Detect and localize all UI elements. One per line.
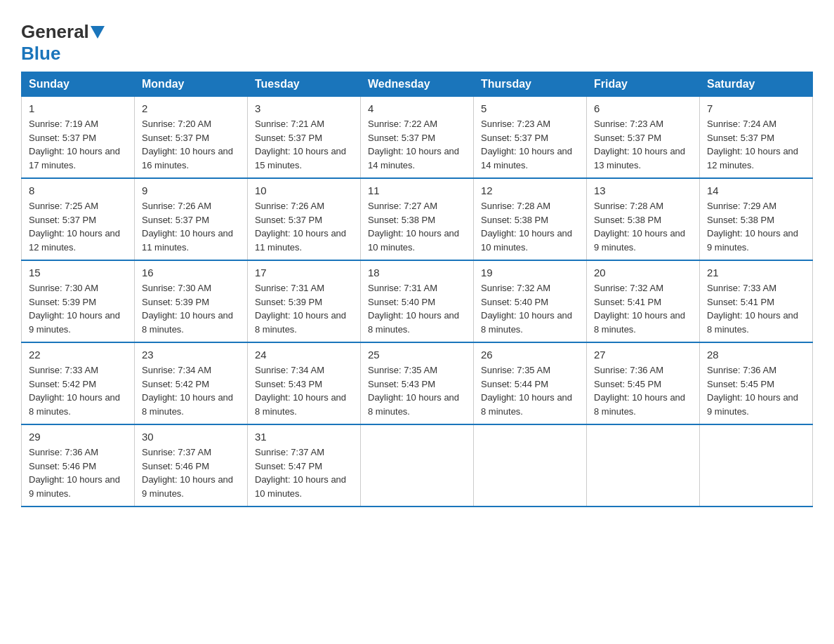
day-number: 25: [368, 349, 466, 361]
day-info: Sunrise: 7:28 AM Sunset: 5:38 PM Dayligh…: [481, 199, 579, 254]
day-number: 13: [594, 185, 692, 196]
calendar-cell: 17 Sunrise: 7:31 AM Sunset: 5:39 PM Dayl…: [248, 260, 361, 342]
day-info: Sunrise: 7:28 AM Sunset: 5:38 PM Dayligh…: [594, 199, 692, 254]
calendar-header-tuesday: Tuesday: [248, 72, 361, 97]
calendar-cell: 4 Sunrise: 7:22 AM Sunset: 5:37 PM Dayli…: [361, 97, 474, 179]
day-number: 12: [481, 185, 579, 196]
day-number: 15: [29, 267, 127, 279]
day-number: 10: [255, 185, 353, 196]
calendar-cell: 8 Sunrise: 7:25 AM Sunset: 5:37 PM Dayli…: [22, 178, 135, 260]
calendar-header-thursday: Thursday: [474, 72, 587, 97]
day-info: Sunrise: 7:30 AM Sunset: 5:39 PM Dayligh…: [142, 281, 240, 336]
calendar-cell: 18 Sunrise: 7:31 AM Sunset: 5:40 PM Dayl…: [361, 260, 474, 342]
day-info: Sunrise: 7:36 AM Sunset: 5:45 PM Dayligh…: [594, 363, 692, 418]
calendar-cell: [587, 424, 700, 507]
day-number: 29: [29, 431, 127, 443]
day-number: 26: [481, 349, 579, 361]
day-info: Sunrise: 7:29 AM Sunset: 5:38 PM Dayligh…: [707, 199, 805, 254]
calendar-header-monday: Monday: [135, 72, 248, 97]
day-info: Sunrise: 7:32 AM Sunset: 5:40 PM Dayligh…: [481, 281, 579, 336]
calendar-cell: 31 Sunrise: 7:37 AM Sunset: 5:47 PM Dayl…: [248, 424, 361, 507]
logo-general-text: General: [21, 21, 89, 43]
day-info: Sunrise: 7:21 AM Sunset: 5:37 PM Dayligh…: [255, 117, 353, 172]
day-number: 5: [481, 102, 579, 114]
day-info: Sunrise: 7:36 AM Sunset: 5:45 PM Dayligh…: [707, 363, 805, 418]
calendar-cell: 3 Sunrise: 7:21 AM Sunset: 5:37 PM Dayli…: [248, 97, 361, 179]
day-info: Sunrise: 7:36 AM Sunset: 5:46 PM Dayligh…: [29, 445, 127, 500]
calendar-cell: 7 Sunrise: 7:24 AM Sunset: 5:37 PM Dayli…: [700, 97, 813, 179]
calendar-cell: 25 Sunrise: 7:35 AM Sunset: 5:43 PM Dayl…: [361, 342, 474, 424]
day-number: 18: [368, 267, 466, 279]
calendar-week-row: 22 Sunrise: 7:33 AM Sunset: 5:42 PM Dayl…: [22, 342, 813, 424]
calendar-cell: 27 Sunrise: 7:36 AM Sunset: 5:45 PM Dayl…: [587, 342, 700, 424]
calendar-cell: 19 Sunrise: 7:32 AM Sunset: 5:40 PM Dayl…: [474, 260, 587, 342]
day-info: Sunrise: 7:32 AM Sunset: 5:41 PM Dayligh…: [594, 281, 692, 336]
day-number: 21: [707, 267, 805, 279]
day-info: Sunrise: 7:22 AM Sunset: 5:37 PM Dayligh…: [368, 117, 466, 172]
day-number: 1: [29, 102, 127, 114]
calendar-cell: 5 Sunrise: 7:23 AM Sunset: 5:37 PM Dayli…: [474, 97, 587, 179]
day-info: Sunrise: 7:26 AM Sunset: 5:37 PM Dayligh…: [142, 199, 240, 254]
calendar-cell: 21 Sunrise: 7:33 AM Sunset: 5:41 PM Dayl…: [700, 260, 813, 342]
day-info: Sunrise: 7:35 AM Sunset: 5:43 PM Dayligh…: [368, 363, 466, 418]
calendar-cell: 16 Sunrise: 7:30 AM Sunset: 5:39 PM Dayl…: [135, 260, 248, 342]
calendar-week-row: 29 Sunrise: 7:36 AM Sunset: 5:46 PM Dayl…: [22, 424, 813, 507]
day-number: 22: [29, 349, 127, 361]
day-number: 4: [368, 102, 466, 114]
day-number: 16: [142, 267, 240, 279]
calendar-cell: 24 Sunrise: 7:34 AM Sunset: 5:43 PM Dayl…: [248, 342, 361, 424]
calendar-cell: 13 Sunrise: 7:28 AM Sunset: 5:38 PM Dayl…: [587, 178, 700, 260]
day-number: 6: [594, 102, 692, 114]
day-info: Sunrise: 7:20 AM Sunset: 5:37 PM Dayligh…: [142, 117, 240, 172]
calendar-cell: 15 Sunrise: 7:30 AM Sunset: 5:39 PM Dayl…: [22, 260, 135, 342]
day-number: 3: [255, 102, 353, 114]
calendar-week-row: 8 Sunrise: 7:25 AM Sunset: 5:37 PM Dayli…: [22, 178, 813, 260]
calendar-cell: 12 Sunrise: 7:28 AM Sunset: 5:38 PM Dayl…: [474, 178, 587, 260]
logo-blue-text: Blue: [21, 43, 60, 64]
day-number: 27: [594, 349, 692, 361]
day-number: 28: [707, 349, 805, 361]
day-info: Sunrise: 7:33 AM Sunset: 5:42 PM Dayligh…: [29, 363, 127, 418]
day-info: Sunrise: 7:33 AM Sunset: 5:41 PM Dayligh…: [707, 281, 805, 336]
calendar-header-friday: Friday: [587, 72, 700, 97]
day-info: Sunrise: 7:23 AM Sunset: 5:37 PM Dayligh…: [481, 117, 579, 172]
calendar-header-row: SundayMondayTuesdayWednesdayThursdayFrid…: [22, 72, 813, 97]
day-number: 17: [255, 267, 353, 279]
calendar-header-wednesday: Wednesday: [361, 72, 474, 97]
day-info: Sunrise: 7:31 AM Sunset: 5:39 PM Dayligh…: [255, 281, 353, 336]
logo: General Blue: [21, 21, 106, 65]
calendar-cell: [361, 424, 474, 507]
day-number: 24: [255, 349, 353, 361]
day-number: 31: [255, 431, 353, 443]
calendar-cell: 10 Sunrise: 7:26 AM Sunset: 5:37 PM Dayl…: [248, 178, 361, 260]
calendar-cell: 6 Sunrise: 7:23 AM Sunset: 5:37 PM Dayli…: [587, 97, 700, 179]
calendar-cell: 30 Sunrise: 7:37 AM Sunset: 5:46 PM Dayl…: [135, 424, 248, 507]
day-info: Sunrise: 7:31 AM Sunset: 5:40 PM Dayligh…: [368, 281, 466, 336]
calendar-cell: [700, 424, 813, 507]
day-number: 14: [707, 185, 805, 196]
calendar-cell: 11 Sunrise: 7:27 AM Sunset: 5:38 PM Dayl…: [361, 178, 474, 260]
calendar-cell: 23 Sunrise: 7:34 AM Sunset: 5:42 PM Dayl…: [135, 342, 248, 424]
day-number: 11: [368, 185, 466, 196]
day-info: Sunrise: 7:26 AM Sunset: 5:37 PM Dayligh…: [255, 199, 353, 254]
calendar-cell: [474, 424, 587, 507]
day-info: Sunrise: 7:34 AM Sunset: 5:42 PM Dayligh…: [142, 363, 240, 418]
calendar-cell: 20 Sunrise: 7:32 AM Sunset: 5:41 PM Dayl…: [587, 260, 700, 342]
day-info: Sunrise: 7:35 AM Sunset: 5:44 PM Dayligh…: [481, 363, 579, 418]
day-info: Sunrise: 7:19 AM Sunset: 5:37 PM Dayligh…: [29, 117, 127, 172]
calendar-cell: 26 Sunrise: 7:35 AM Sunset: 5:44 PM Dayl…: [474, 342, 587, 424]
calendar-cell: 22 Sunrise: 7:33 AM Sunset: 5:42 PM Dayl…: [22, 342, 135, 424]
day-number: 19: [481, 267, 579, 279]
page-header: General Blue: [21, 14, 813, 65]
day-number: 9: [142, 185, 240, 196]
day-info: Sunrise: 7:27 AM Sunset: 5:38 PM Dayligh…: [368, 199, 466, 254]
day-info: Sunrise: 7:24 AM Sunset: 5:37 PM Dayligh…: [707, 117, 805, 172]
day-number: 8: [29, 185, 127, 196]
day-number: 7: [707, 102, 805, 114]
calendar-cell: 14 Sunrise: 7:29 AM Sunset: 5:38 PM Dayl…: [700, 178, 813, 260]
calendar-header-saturday: Saturday: [700, 72, 813, 97]
day-info: Sunrise: 7:25 AM Sunset: 5:37 PM Dayligh…: [29, 199, 127, 254]
day-info: Sunrise: 7:37 AM Sunset: 5:47 PM Dayligh…: [255, 445, 353, 500]
calendar-cell: 29 Sunrise: 7:36 AM Sunset: 5:46 PM Dayl…: [22, 424, 135, 507]
day-info: Sunrise: 7:34 AM Sunset: 5:43 PM Dayligh…: [255, 363, 353, 418]
